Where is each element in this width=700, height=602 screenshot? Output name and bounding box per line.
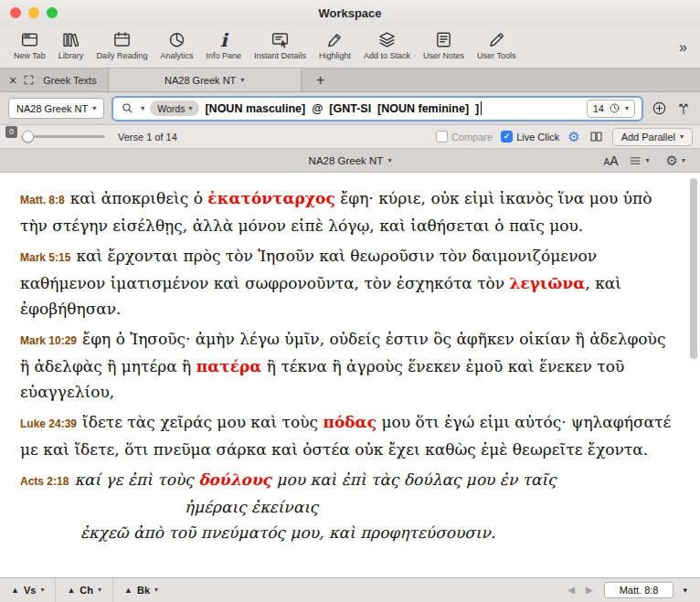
highlight-icon (325, 28, 345, 51)
search-hit-word[interactable]: πατέρα (196, 357, 262, 375)
scrollbar[interactable] (689, 176, 697, 574)
verse-text: ἴδετε τὰς χεῖράς μου καὶ τοὺς (82, 413, 323, 431)
verse-reference[interactable]: Luke 24:39 (20, 417, 77, 430)
toolbar-button-label: Highlight (319, 51, 351, 60)
scrollbar-thumb[interactable] (690, 178, 697, 359)
live-click-label: Live Click (516, 132, 559, 143)
verse-reference[interactable]: Matt. 8:8 (20, 194, 65, 206)
close-icon[interactable]: × (0, 74, 20, 87)
search-query-text: [NOUN masculine] @ [GNT-SI [NOUN feminin… (205, 102, 479, 115)
text-size-button[interactable]: A A (604, 153, 619, 168)
verse-reference[interactable]: Mark 10:29 (20, 334, 77, 347)
chevron-down-icon: ▾ (682, 157, 685, 164)
search-scope-selector[interactable]: Words ▾ (150, 100, 199, 116)
go-to-reference-field[interactable]: Matt. 8:8 (604, 582, 674, 598)
module-selector[interactable]: NA28 Greek NT ▾ (8, 98, 104, 119)
pane-controls: ✓ Compare ✓ Live Click ⚙ Add Parallel ▾ (436, 128, 695, 146)
new-tab-button[interactable]: + (302, 69, 340, 91)
window-controls (0, 7, 58, 18)
chevron-down-icon: ▾ (188, 105, 192, 112)
search-hit-word[interactable]: πόδας (323, 413, 377, 431)
toolbar-button-user-notes[interactable]: User Notes (417, 27, 471, 61)
reference-dropdown-icon[interactable]: ▾ (677, 586, 693, 595)
tab-label: NA28 Greek NT (164, 75, 236, 86)
book-nav-label: Bk (137, 585, 150, 596)
zoom-window-button[interactable] (47, 7, 58, 18)
search-hit-word[interactable]: λεγιῶνα (510, 274, 586, 292)
add-parallel-button[interactable]: Add Parallel ▾ (612, 128, 693, 146)
search-icon[interactable] (120, 101, 135, 115)
search-scope-label: Words (157, 103, 185, 114)
expand-icon[interactable] (20, 74, 37, 86)
toolbar-button-daily-reading[interactable]: Daily Reading (90, 27, 154, 61)
tab-na28-greek-nt[interactable]: NA28 Greek NT ▾ (108, 69, 302, 91)
search-box[interactable]: ▾ Words ▾ [NOUN masculine] @ [GNT-SI [NO… (111, 96, 643, 121)
toolbar-button-info-pane[interactable]: iInfo Pane (199, 27, 248, 61)
compare-control[interactable]: ✓ Compare (436, 131, 493, 143)
module-selector-label: NA28 Greek NT (16, 103, 88, 114)
chevron-down-icon: ▾ (680, 133, 684, 141)
parallel-panes-icon[interactable] (589, 130, 604, 143)
search-hit-word[interactable]: δούλους (198, 470, 271, 489)
text-pane[interactable]: Matt. 8:8καὶ ἀποκριθεὶς ὁ ἑκατόνταρχος ἔ… (0, 173, 700, 577)
history-forward-button[interactable]: ▶ (580, 586, 599, 595)
workspace-tab-greek-texts[interactable]: Greek Texts (37, 75, 108, 86)
toolbar-button-user-tools[interactable]: User Tools (471, 27, 522, 61)
verse-text: καί γε ἐπὶ τοὺς (74, 470, 198, 489)
toolbar-button-new-tab[interactable]: New Tab (7, 27, 52, 61)
verse: Mark 5:15καὶ ἔρχονται πρὸς τὸν Ἰησοῦν κα… (20, 243, 673, 322)
display-settings-icon[interactable] (628, 154, 642, 167)
live-click-checkbox[interactable]: ✓ (501, 131, 513, 143)
chapter-nav-control[interactable]: ▲ Ch ▾ (55, 578, 112, 602)
toolbar-button-highlight[interactable]: Highlight (313, 27, 357, 61)
verse-list: Matt. 8:8καὶ ἀποκριθεὶς ὁ ἑκατόνταρχος ἔ… (20, 185, 673, 545)
add-search-icon[interactable] (651, 100, 668, 116)
chevron-down-icon[interactable]: ▾ (98, 586, 101, 594)
verse-slider[interactable] (21, 130, 105, 143)
add-to-stack-icon (377, 28, 397, 51)
triangle-up-icon[interactable]: ▲ (67, 586, 75, 595)
pane-title-selector[interactable]: NA28 Greek NT ▾ (0, 155, 700, 166)
verse-text: ἐκχεῶ ἀπὸ τοῦ πνεύματός μου, καὶ προφητε… (20, 523, 495, 542)
book-nav-control[interactable]: ▲ Bk ▾ (112, 578, 169, 602)
slider-thumb[interactable] (22, 131, 34, 143)
hit-count-value: 14 (593, 103, 604, 114)
history-back-button[interactable]: ◀ (562, 586, 580, 595)
library-icon (61, 28, 80, 51)
daily-reading-icon (112, 28, 132, 51)
chevron-down-icon: ▾ (387, 157, 391, 164)
live-click-settings-gear-icon[interactable]: ⚙ (567, 130, 579, 143)
verse-info-label: Verse 1 of 14 (118, 132, 177, 143)
chevron-down-icon[interactable]: ▾ (141, 105, 144, 112)
minimize-window-button[interactable] (28, 7, 39, 18)
chevron-down-icon[interactable]: ▾ (154, 586, 158, 594)
triangle-up-icon[interactable]: ▲ (11, 586, 19, 595)
live-click-control[interactable]: ✓ Live Click (501, 131, 559, 143)
bottom-bar: ▲ Vs ▾ ▲ Ch ▾ ▲ Bk ▾ ◀ ▶ Matt. 8:8 ▾ (0, 577, 700, 602)
amplify-split-icon[interactable] (675, 101, 692, 116)
verse-nav-control[interactable]: ▲ Vs ▾ (7, 578, 55, 602)
verse-reference[interactable]: Acts 2:18 (20, 475, 69, 488)
pane-settings-gear-icon[interactable]: ⚙ (666, 153, 678, 167)
toolbar-button-analytics[interactable]: Analytics (154, 27, 199, 61)
verse-reference[interactable]: Mark 5:15 (20, 251, 70, 264)
window-title: Workspace (0, 6, 700, 20)
toolbar-overflow-button[interactable]: » (672, 39, 695, 56)
verse: Luke 24:39ἴδετε τὰς χεῖράς μου καὶ τοὺς … (20, 409, 673, 462)
verse-text: ἡμέραις ἐκείναις (20, 498, 318, 516)
chevron-down-icon[interactable]: ▾ (40, 586, 44, 594)
search-input[interactable]: [NOUN masculine] @ [GNT-SI [NOUN feminin… (205, 101, 580, 115)
compare-checkbox[interactable]: ✓ (436, 131, 448, 143)
pane-tools: A A ▾ ⚙ ▾ (604, 153, 700, 168)
pane-title-label: NA28 Greek NT (309, 155, 384, 166)
toolbar-button-instant-details[interactable]: Instant Details (248, 27, 313, 61)
info-pane-icon: i (220, 28, 228, 51)
triangle-up-icon[interactable]: ▲ (124, 586, 133, 595)
workspace-window: Workspace New TabLibraryDaily ReadingAna… (0, 0, 700, 602)
toolbar-button-label: Library (58, 51, 84, 60)
close-window-button[interactable] (10, 7, 21, 18)
toolbar-button-add-to-stack[interactable]: Add to Stack (357, 27, 417, 61)
search-hit-word[interactable]: ἑκατόνταρχος (207, 189, 334, 207)
toolbar-button-library[interactable]: Library (52, 27, 90, 61)
hit-count-control[interactable]: 14 ▾ (587, 100, 635, 118)
